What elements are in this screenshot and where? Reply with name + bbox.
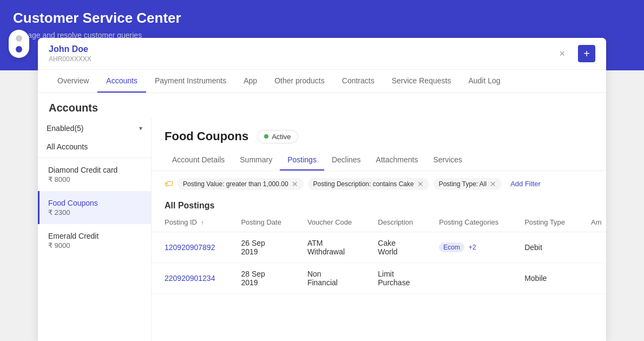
sidebar-item-emerald[interactable]: Emerald Credit ₹ 9000 xyxy=(38,224,151,257)
app-title: Customer Service Center xyxy=(13,10,631,27)
filter-chip-type-label: Posting Type: All xyxy=(439,180,487,188)
type-cell: Debit xyxy=(511,232,578,263)
posting-date-cell: 26 Sep 2019 xyxy=(228,232,294,263)
accounts-title: Accounts xyxy=(38,93,606,119)
tab-postings[interactable]: Postings xyxy=(280,150,324,170)
customer-info: John Doe AHR00XXXXX xyxy=(49,44,555,63)
close-button[interactable]: × xyxy=(555,46,569,62)
status-label: Active xyxy=(272,133,291,141)
col-posting-date[interactable]: Posting Date xyxy=(228,213,294,232)
tab-services[interactable]: Services xyxy=(425,150,470,170)
posting-id-link[interactable]: 120920907892 xyxy=(165,243,215,252)
posting-id-cell: 220920901234 xyxy=(152,263,228,294)
sidebar-filter-label: Enabled(5) xyxy=(47,124,84,133)
filter-chip-description: Posting Description: contains Cake ✕ xyxy=(308,178,429,190)
voucher-code-cell: Non Financial xyxy=(294,263,365,294)
categories-cell xyxy=(426,263,511,294)
customer-header: John Doe AHR00XXXXX × + xyxy=(38,38,606,70)
content-area: Enabled(5) ▾ All Accounts Diamond Credit… xyxy=(38,119,606,341)
sidebar-item-food-coupons-amount: ₹ 2300 xyxy=(48,208,142,217)
category-chip: Ecom xyxy=(439,242,464,252)
tab-service-requests[interactable]: Service Requests xyxy=(383,70,460,93)
posting-date-cell: 28 Sep 2019 xyxy=(228,263,294,294)
widget-dot-gray xyxy=(16,35,22,42)
table-row: 220920901234 28 Sep 2019 Non Financial L… xyxy=(152,263,606,294)
add-filter-button[interactable]: Add Filter xyxy=(506,178,545,190)
customer-id: AHR00XXXXX xyxy=(49,55,555,63)
widget-dot-blue xyxy=(16,46,22,53)
account-header: Food Coupons Active xyxy=(152,119,606,150)
tab-app[interactable]: App xyxy=(235,70,266,93)
chevron-down-icon: ▾ xyxy=(139,124,142,132)
accounts-section: Accounts Enabled(5) ▾ All Accounts Diamo… xyxy=(38,93,606,341)
tab-audit-log[interactable]: Audit Log xyxy=(459,70,509,93)
tab-account-details[interactable]: Account Details xyxy=(165,150,232,170)
amount-cell xyxy=(578,263,606,294)
col-description[interactable]: Description xyxy=(365,213,426,232)
tab-accounts[interactable]: Accounts xyxy=(97,70,146,93)
account-title: Food Coupons xyxy=(165,129,248,143)
sort-icon: ↑ xyxy=(201,220,204,226)
filter-chip-description-label: Posting Description: contains Cake xyxy=(313,180,414,188)
nav-tabs: Overview Accounts Payment Instruments Ap… xyxy=(38,70,606,93)
amount-cell xyxy=(578,232,606,263)
tab-declines[interactable]: Declines xyxy=(324,150,369,170)
filter-chip-value: Posting Value: greater than 1,000.00 ✕ xyxy=(178,178,304,190)
floating-widget xyxy=(9,30,29,58)
description-cell: Limit Purchase xyxy=(365,263,426,294)
filter-chip-description-remove[interactable]: ✕ xyxy=(417,180,424,188)
col-posting-categories[interactable]: Posting Categories xyxy=(426,213,511,232)
posting-id-cell: 120920907892 xyxy=(152,232,228,263)
add-tab-button[interactable]: + xyxy=(578,45,595,62)
sidebar-item-emerald-name: Emerald Credit xyxy=(48,232,142,240)
sidebar-item-diamond-amount: ₹ 8000 xyxy=(48,175,142,183)
filter-chip-type: Posting Type: All ✕ xyxy=(433,178,502,190)
col-posting-id[interactable]: Posting ID ↑ xyxy=(152,213,228,232)
sidebar-item-diamond[interactable]: Diamond Credit card ₹ 8000 xyxy=(38,158,151,191)
filter-bar: 🏷 Posting Value: greater than 1,000.00 ✕… xyxy=(152,171,606,196)
status-badge: Active xyxy=(257,130,298,143)
sidebar-filter[interactable]: Enabled(5) ▾ xyxy=(38,119,151,138)
sidebar-item-food-coupons[interactable]: Food Coupons ₹ 2300 xyxy=(38,191,151,224)
table-row: 120920907892 26 Sep 2019 ATM Withdrawal … xyxy=(152,232,606,263)
sidebar-item-emerald-amount: ₹ 9000 xyxy=(48,241,142,250)
all-postings-label: All Postings xyxy=(152,196,606,213)
account-tabs: Account Details Summary Postings Decline… xyxy=(152,150,606,171)
sidebar-item-food-coupons-name: Food Coupons xyxy=(48,199,142,207)
sidebar-all-accounts[interactable]: All Accounts xyxy=(38,138,151,158)
col-amount[interactable]: Am xyxy=(578,213,606,232)
category-extra: +2 xyxy=(469,244,476,251)
posting-id-link[interactable]: 220920901234 xyxy=(165,274,215,283)
customer-name: John Doe xyxy=(49,44,555,54)
sidebar-item-diamond-name: Diamond Credit card xyxy=(48,166,142,174)
categories-cell: Ecom +2 xyxy=(426,232,511,263)
filter-chip-value-remove[interactable]: ✕ xyxy=(292,180,298,188)
postings-table: Posting ID ↑ Posting Date Voucher Code D… xyxy=(152,213,606,294)
filter-icon: 🏷 xyxy=(165,179,173,189)
tab-summary[interactable]: Summary xyxy=(232,150,280,170)
col-voucher-code[interactable]: Voucher Code xyxy=(294,213,365,232)
tab-payment-instruments[interactable]: Payment Instruments xyxy=(146,70,235,93)
filter-chip-type-remove[interactable]: ✕ xyxy=(490,180,496,188)
type-cell: Mobile xyxy=(511,263,578,294)
description-cell: Cake World xyxy=(365,232,426,263)
tab-attachments[interactable]: Attachments xyxy=(369,150,426,170)
main-container: John Doe AHR00XXXXX × + Overview Account… xyxy=(38,38,606,341)
voucher-code-cell: ATM Withdrawal xyxy=(294,232,365,263)
filter-chip-value-label: Posting Value: greater than 1,000.00 xyxy=(183,180,288,188)
tab-overview[interactable]: Overview xyxy=(49,70,97,93)
col-posting-type[interactable]: Posting Type xyxy=(511,213,578,232)
sidebar: Enabled(5) ▾ All Accounts Diamond Credit… xyxy=(38,119,152,341)
status-dot-icon xyxy=(264,134,268,139)
main-content: Food Coupons Active Account Details Summ… xyxy=(152,119,606,341)
tab-contracts[interactable]: Contracts xyxy=(333,70,383,93)
tab-other-products[interactable]: Other products xyxy=(266,70,333,93)
